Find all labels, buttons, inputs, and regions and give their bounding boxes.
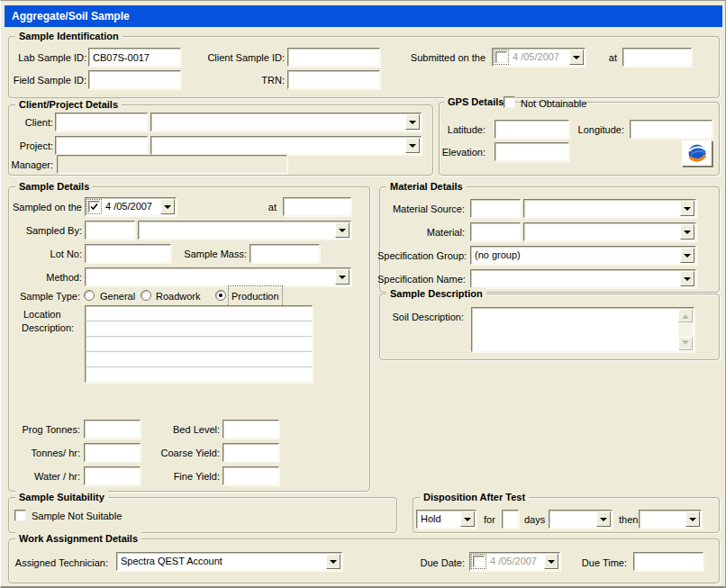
sampled-on-label: Sampled on the [8,198,82,216]
specification-group-dropdown-button[interactable] [680,248,694,263]
longitude-field[interactable] [630,120,712,139]
material-source-combo-dropdown-button[interactable] [680,201,694,216]
sample-type-label: Sample Type: [15,287,80,305]
sampled-at-time-field[interactable] [283,197,351,216]
bed-level-field[interactable] [222,420,279,439]
due-date-label: Due Date: [417,554,465,572]
material-source-code-field[interactable] [470,199,521,218]
chevron-down-icon [464,518,471,525]
chevron-down-icon [164,205,171,213]
lot-no-field[interactable] [85,244,171,263]
chevron-down-icon [548,560,555,567]
client-label: Client: [8,113,53,131]
field-sample-id-label: Field Sample ID: [8,71,86,89]
material-combo-dropdown-button[interactable] [680,224,694,240]
window-titlebar: Aggregate/Soil Sample [5,5,722,27]
due-date-checkbox[interactable] [473,556,485,567]
sample-mass-label: Sample Mass: [179,245,247,263]
globe-icon [686,143,708,165]
disposition-days-combo[interactable] [549,510,613,529]
project-combo[interactable] [150,136,422,155]
trn-field[interactable] [287,70,380,89]
map-globe-button[interactable] [682,140,712,167]
client-sample-id-field[interactable] [287,48,380,67]
soil-description-label: Soil Description: [385,308,464,326]
field-sample-id-field[interactable] [88,70,181,89]
chevron-down-icon [684,207,691,214]
sampled-at-label: at [257,198,277,216]
sample-type-radio-production[interactable] [215,290,226,301]
manager-label: Manager: [6,156,53,174]
specification-name-dropdown-button[interactable] [680,271,694,286]
tonnes-hr-label: Tonnes/ hr: [14,444,80,462]
chevron-down-icon [600,518,607,525]
material-combo[interactable] [523,222,696,241]
due-date-dropdown-button[interactable] [544,554,558,569]
assigned-technician-combo[interactable]: Spectra QEST Account [116,552,342,571]
due-time-field[interactable] [633,552,703,571]
sample-not-suitable-checkbox[interactable] [14,510,26,521]
disposition-title: Disposition After Test [420,491,529,504]
material-code-field[interactable] [470,222,521,241]
chevron-down-icon [409,121,416,128]
sample-type-roadwork-label: Roadwork [156,287,201,305]
material-source-combo[interactable] [523,199,696,218]
fine-yield-field[interactable] [222,466,279,485]
soil-description-textarea[interactable] [471,307,694,352]
client-sample-id-label: Client Sample ID: [184,49,285,67]
sampled-by-label: Sampled By: [17,222,82,240]
method-combo-dropdown-button[interactable] [335,269,349,285]
disposition-days-field[interactable] [502,510,519,529]
location-description-textarea[interactable] [85,305,313,383]
sampled-date-value: 4 /05/2007 [105,198,159,215]
disposition-then-label: then [619,511,638,529]
assigned-technician-dropdown-button[interactable] [326,554,340,569]
scroll-down-button[interactable] [678,337,693,350]
tonnes-hr-field[interactable] [84,443,141,462]
scroll-up-button[interactable] [678,309,693,322]
elevation-field[interactable] [495,142,569,161]
sampled-date-picker[interactable]: 4 /05/2007 [85,197,177,216]
disposition-action-dropdown-button[interactable] [460,511,475,527]
coarse-yield-field[interactable] [222,443,279,462]
disposition-then-dropdown-button[interactable] [685,511,700,527]
chevron-down-icon [339,229,346,236]
project-combo-dropdown-button[interactable] [405,138,420,153]
gps-details-title: GPS Details [444,95,507,109]
sample-type-radio-general[interactable] [84,290,95,301]
due-date-picker[interactable]: 4 /05/2007 [469,552,560,571]
water-hr-field[interactable] [84,466,141,485]
sampled-by-code-field[interactable] [85,221,135,240]
disposition-action-combo[interactable]: Hold [416,510,476,529]
fine-yield-label: Fine Yield: [161,467,220,485]
prog-tonnes-field[interactable] [84,420,141,439]
gps-details-group [439,102,720,176]
specification-name-combo[interactable] [470,269,696,288]
client-combo-dropdown-button[interactable] [405,114,420,130]
specification-group-combo[interactable]: (no group) [470,246,696,265]
submitted-at-time-field[interactable] [622,48,692,67]
lab-sample-id-field[interactable] [88,48,181,67]
client-code-field[interactable] [55,113,148,131]
submitted-date-dropdown-button[interactable] [569,50,584,65]
submitted-date-value: 4 /05/2007 [513,49,568,66]
soil-description-scrollbar[interactable] [678,309,693,350]
sampled-date-dropdown-button[interactable] [160,199,175,214]
sample-type-radio-roadwork[interactable] [141,290,151,301]
sample-mass-field[interactable] [250,244,320,263]
sampled-by-combo[interactable] [138,221,351,240]
submitted-date-checkbox[interactable] [495,51,507,63]
submitted-date-picker[interactable]: 4 /05/2007 [492,48,585,67]
manager-field [57,155,287,174]
disposition-then-combo[interactable] [639,510,702,529]
method-combo[interactable] [85,267,351,286]
location-description-label-line2: Description: [22,319,74,337]
gps-not-obtainable-checkbox[interactable] [504,96,515,108]
client-combo[interactable] [150,113,422,131]
disposition-days-dropdown-button[interactable] [596,511,611,527]
latitude-field[interactable] [495,120,569,139]
project-code-field[interactable] [55,136,148,155]
sampled-by-combo-dropdown-button[interactable] [335,222,349,238]
due-time-label: Due Time: [579,554,627,572]
sampled-date-checkbox[interactable] [88,201,100,213]
